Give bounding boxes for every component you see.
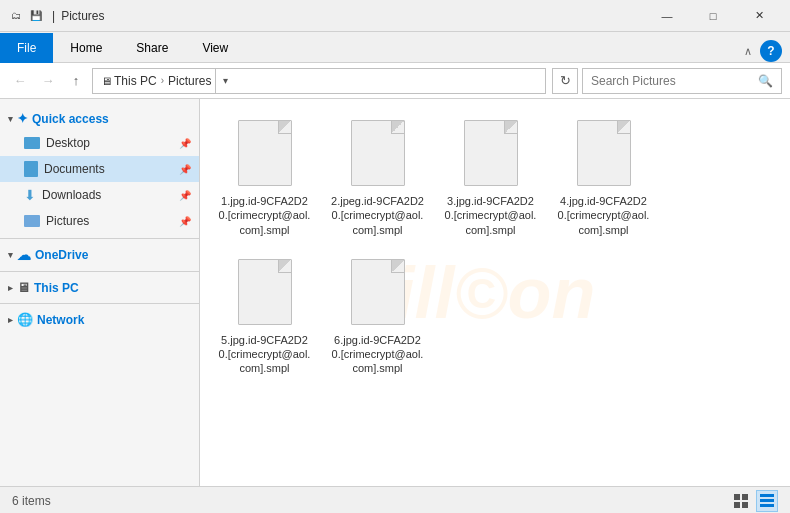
ribbon-tabs: File Home Share View ∧ ? — [0, 32, 790, 62]
refresh-button[interactable]: ↻ — [552, 68, 578, 94]
list-view-button[interactable] — [730, 490, 752, 512]
sidebar-section-onedrive[interactable]: ▾ ☁ OneDrive — [0, 243, 199, 267]
tab-share[interactable]: Share — [119, 33, 185, 63]
main-area: ▾ ✦ Quick access Desktop 📌 Documents 📌 ⬇… — [0, 99, 790, 486]
pictures-icon — [24, 215, 40, 227]
svg-rect-6 — [760, 504, 774, 507]
file-page — [577, 120, 631, 186]
ribbon-collapse-btn[interactable]: ∧ — [744, 45, 752, 58]
file-name: 5.jpg.id-9CFA2D20.[crimecrypt@aol.com].s… — [217, 333, 312, 376]
back-button: ← — [8, 69, 32, 93]
title-bar-quick-save[interactable]: 💾 — [28, 8, 44, 24]
file-page — [351, 120, 405, 186]
documents-icon — [24, 161, 38, 177]
sidebar-item-label-desktop: Desktop — [46, 136, 90, 150]
file-page — [238, 259, 292, 325]
onedrive-label: OneDrive — [35, 248, 88, 262]
breadcrumb-thispc[interactable]: 🖥 This PC — [101, 74, 157, 88]
quick-access-collapse-icon: ▾ — [8, 114, 13, 124]
file-icon-5 — [235, 259, 295, 331]
close-button[interactable]: ✕ — [736, 0, 782, 32]
title-bar-title: | Pictures — [52, 9, 644, 23]
breadcrumb-chevron-1: › — [161, 75, 164, 86]
grid-view-button[interactable] — [756, 490, 778, 512]
grid-view-icon — [760, 494, 774, 508]
title-bar-controls: — □ ✕ — [644, 0, 782, 32]
sidebar-divider-2 — [0, 271, 199, 272]
file-icon-3 — [461, 120, 521, 192]
network-label: Network — [37, 313, 84, 327]
thispc-icon: 🖥 — [17, 280, 30, 295]
desktop-icon — [24, 137, 40, 149]
file-page — [464, 120, 518, 186]
list-item[interactable]: 3.jpg.id-9CFA2D20.[crimecrypt@aol.com].s… — [438, 111, 543, 242]
search-box[interactable]: 🔍 — [582, 68, 782, 94]
tab-file[interactable]: File — [0, 33, 53, 63]
svg-rect-0 — [734, 494, 740, 500]
thispc-label: This PC — [34, 281, 79, 295]
list-item[interactable]: 1.jpg.id-9CFA2D20.[crimecrypt@aol.com].s… — [212, 111, 317, 242]
list-item[interactable]: 6.jpg.id-9CFA2D20.[crimecrypt@aol.com].s… — [325, 250, 430, 381]
list-item[interactable]: 2.jpeg.id-9CFA2D20.[crimecrypt@aol.com].… — [325, 111, 430, 242]
onedrive-icon: ☁ — [17, 247, 31, 263]
status-bar-right — [730, 490, 778, 512]
sidebar-item-documents[interactable]: Documents 📌 — [0, 156, 199, 182]
svg-rect-3 — [742, 502, 748, 508]
tab-view[interactable]: View — [185, 33, 245, 63]
sidebar-item-label-downloads: Downloads — [42, 188, 101, 202]
pin-icon-downloads: 📌 — [179, 190, 191, 201]
file-name: 4.jpg.id-9CFA2D20.[crimecrypt@aol.com].s… — [556, 194, 651, 237]
maximize-button[interactable]: □ — [690, 0, 736, 32]
sidebar-item-downloads[interactable]: ⬇ Downloads 📌 — [0, 182, 199, 208]
address-bar: ← → ↑ 🖥 This PC › Pictures ▾ ↻ 🔍 — [0, 63, 790, 99]
sidebar-item-desktop[interactable]: Desktop 📌 — [0, 130, 199, 156]
quick-access-star-icon: ✦ — [17, 111, 28, 126]
sidebar-item-pictures[interactable]: Pictures 📌 — [0, 208, 199, 234]
network-icon: 🌐 — [17, 312, 33, 327]
title-bar: 🗂 💾 | Pictures — □ ✕ — [0, 0, 790, 32]
pin-icon-documents: 📌 — [179, 164, 191, 175]
list-view-icon — [734, 494, 748, 508]
breadcrumb-pictures[interactable]: Pictures — [168, 74, 211, 88]
list-item[interactable]: 5.jpg.id-9CFA2D20.[crimecrypt@aol.com].s… — [212, 250, 317, 381]
sidebar-section-network[interactable]: ▸ 🌐 Network — [0, 308, 199, 331]
file-name: 1.jpg.id-9CFA2D20.[crimecrypt@aol.com].s… — [217, 194, 312, 237]
tab-home[interactable]: Home — [53, 33, 119, 63]
sidebar-item-label-pictures: Pictures — [46, 214, 89, 228]
title-bar-app-icon: 🗂 — [8, 8, 24, 24]
svg-rect-2 — [734, 502, 740, 508]
sidebar-item-label-documents: Documents — [44, 162, 105, 176]
sidebar-divider-3 — [0, 303, 199, 304]
window-title: Pictures — [61, 9, 104, 23]
quick-access-label: Quick access — [32, 112, 109, 126]
help-button[interactable]: ? — [760, 40, 782, 62]
file-page — [351, 259, 405, 325]
sidebar-section-quick-access[interactable]: ▾ ✦ Quick access — [0, 107, 199, 130]
list-item[interactable]: 4.jpg.id-9CFA2D20.[crimecrypt@aol.com].s… — [551, 111, 656, 242]
file-icon-1 — [235, 120, 295, 192]
file-name: 6.jpg.id-9CFA2D20.[crimecrypt@aol.com].s… — [330, 333, 425, 376]
status-bar: 6 items — [0, 486, 790, 513]
sidebar-divider-1 — [0, 238, 199, 239]
file-icon-4 — [574, 120, 634, 192]
address-path[interactable]: 🖥 This PC › Pictures ▾ — [92, 68, 546, 94]
up-button[interactable]: ↑ — [64, 69, 88, 93]
sidebar: ▾ ✦ Quick access Desktop 📌 Documents 📌 ⬇… — [0, 99, 200, 486]
search-input[interactable] — [591, 74, 754, 88]
search-icon[interactable]: 🔍 — [758, 74, 773, 88]
file-page — [238, 120, 292, 186]
file-name: 3.jpg.id-9CFA2D20.[crimecrypt@aol.com].s… — [443, 194, 538, 237]
sidebar-section-thispc[interactable]: ▸ 🖥 This PC — [0, 276, 199, 299]
address-dropdown-btn[interactable]: ▾ — [215, 68, 235, 94]
svg-rect-5 — [760, 499, 774, 502]
thispc-collapse-icon: ▸ — [8, 283, 13, 293]
title-bar-icons: 🗂 💾 — [8, 8, 44, 24]
file-area: ill©on 1.jpg.id-9CFA2D20.[crimecrypt@aol… — [200, 99, 790, 486]
svg-rect-4 — [760, 494, 774, 497]
pin-icon-desktop: 📌 — [179, 138, 191, 149]
minimize-button[interactable]: — — [644, 0, 690, 32]
item-count: 6 items — [12, 494, 51, 508]
onedrive-collapse-icon: ▾ — [8, 250, 13, 260]
network-collapse-icon: ▸ — [8, 315, 13, 325]
forward-button: → — [36, 69, 60, 93]
